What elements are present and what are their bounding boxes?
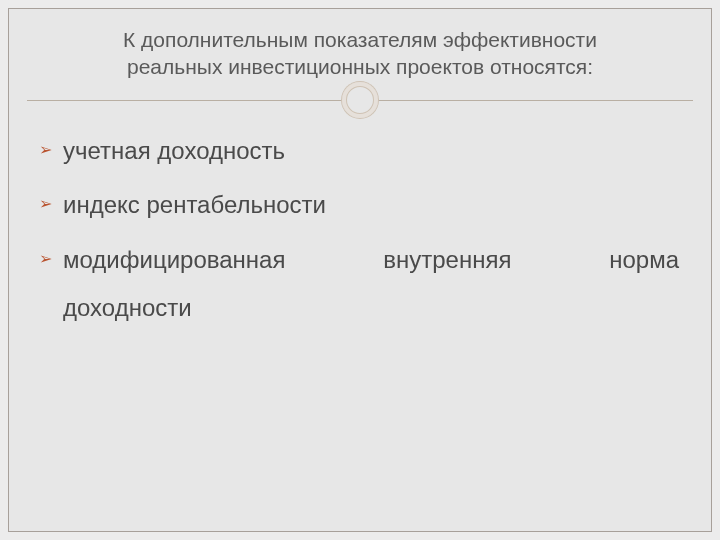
word: внутренняя bbox=[383, 244, 511, 276]
bullet-list: учетная доходность индекс рентабельности… bbox=[39, 135, 681, 325]
bullet-text: учетная доходность bbox=[63, 137, 285, 164]
word: норма bbox=[609, 244, 679, 276]
ring-ornament-icon bbox=[342, 82, 378, 118]
bullet-text-line2: доходности bbox=[63, 294, 192, 321]
line-gap bbox=[63, 276, 681, 292]
title-line-1: К дополнительным показателям эффективнос… bbox=[123, 28, 597, 51]
list-item: индекс рентабельности bbox=[39, 189, 681, 221]
list-item: учетная доходность bbox=[39, 135, 681, 167]
list-item: модифицированная внутренняя норма доходн… bbox=[39, 244, 681, 325]
word: модифицированная bbox=[63, 244, 285, 276]
title-line-2: реальных инвестиционных проектов относят… bbox=[127, 55, 593, 78]
bullet-text-line1: модифицированная внутренняя норма bbox=[63, 244, 681, 276]
slide-title: К дополнительным показателям эффективнос… bbox=[9, 27, 711, 81]
header-area: К дополнительным показателям эффективнос… bbox=[9, 9, 711, 121]
content-area: учетная доходность индекс рентабельности… bbox=[9, 121, 711, 325]
slide-frame: К дополнительным показателям эффективнос… bbox=[8, 8, 712, 532]
bullet-text: индекс рентабельности bbox=[63, 191, 326, 218]
